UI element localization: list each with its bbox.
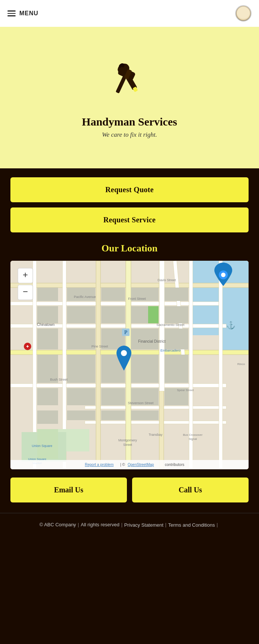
svg-text:⚓: ⚓ [226,321,236,330]
svg-rect-17 [85,406,226,409]
svg-text:Union Square: Union Square [32,444,52,448]
hamburger-icon [7,10,16,16]
svg-text:Chinatown: Chinatown [37,323,54,327]
request-quote-button[interactable]: Request Quote [10,177,249,202]
privacy-link[interactable]: Privacy Statement [124,522,164,528]
menu-label: MENU [19,10,38,17]
svg-text:Financial District: Financial District [138,339,166,343]
hero-section: Handyman Services We care to fix it righ… [0,27,259,168]
header: MENU [0,0,259,27]
svg-rect-61 [148,306,159,323]
svg-text:Embarcadero: Embarcadero [160,349,180,352]
footer-sep-4: | [217,522,218,528]
avatar-face [237,7,250,20]
svg-text:Bush Street: Bush Street [50,378,68,381]
main-content: Request Quote Request Service Our Locati… [0,168,259,513]
svg-rect-36 [101,306,125,323]
svg-rect-41 [164,288,188,301]
svg-text:Front Street: Front Street [128,297,146,301]
contact-row: Email Us Call Us [10,478,249,513]
handyman-icon [105,57,154,108]
hero-subtitle: We care to fix it right. [102,131,157,139]
footer-rights: All rights reserved [81,520,119,530]
terms-link[interactable]: Terms and Conditions [168,522,215,528]
call-button[interactable]: Call Us [132,478,249,502]
svg-rect-21 [96,261,100,469]
footer-company: © ABC Company [39,520,76,530]
svg-text:contributors: contributors [165,463,184,467]
svg-text:Pacific Avenue: Pacific Avenue [74,295,96,299]
svg-rect-54 [37,410,58,424]
svg-text:Sacramento Street: Sacramento Street [156,323,185,327]
svg-text:P: P [124,330,128,335]
svg-rect-57 [131,410,159,420]
svg-rect-35 [101,288,125,301]
svg-rect-51 [101,388,125,405]
svg-rect-31 [37,306,58,323]
svg-rect-40 [131,329,159,349]
svg-rect-25 [219,261,223,469]
svg-text:Transbay: Transbay [148,433,163,437]
svg-rect-30 [67,288,95,301]
svg-text:Street: Street [123,443,132,447]
svg-text:Spear Street: Spear Street [177,388,194,392]
svg-text:Davis Street: Davis Street [157,278,176,282]
request-service-button[interactable]: Request Service [10,207,249,232]
svg-text:−: − [23,286,28,296]
menu-button[interactable]: MENU [7,10,38,17]
footer-sep-1: | [78,522,79,528]
svg-text:| ©: | © [120,463,125,467]
svg-text:Stevenson Street: Stevenson Street [128,401,154,405]
svg-text:Bus Crossover: Bus Crossover [183,433,203,437]
footer-sep-3: | [165,522,166,528]
avatar[interactable] [235,5,252,22]
svg-rect-56 [101,410,125,420]
svg-text:Rinco: Rinco [237,362,245,366]
svg-rect-55 [67,410,95,420]
svg-rect-32 [67,306,95,323]
svg-text:Report a problem: Report a problem [85,463,113,467]
svg-rect-16 [10,384,226,387]
svg-rect-18 [85,421,226,424]
svg-rect-49 [37,388,58,405]
hero-title: Handyman Services [82,115,177,128]
footer: © ABC Company | All rights reserved | Pr… [0,513,259,537]
svg-point-87 [121,350,127,356]
svg-rect-34 [67,329,95,349]
svg-rect-13 [10,302,219,305]
map-container[interactable]: P Chinatown Pacific Avenue Front Street … [10,261,249,469]
svg-rect-45 [67,355,95,383]
svg-rect-43 [164,329,188,349]
svg-rect-50 [67,388,95,405]
svg-text:+: + [23,270,28,280]
svg-rect-48 [164,355,188,383]
svg-point-89 [221,273,226,277]
svg-rect-29 [37,288,58,301]
svg-text:Signal: Signal [189,437,197,441]
location-section-title: Our Location [10,243,249,254]
svg-text:Pine Street: Pine Street [92,345,108,348]
svg-rect-11 [219,291,249,350]
map-svg: P Chinatown Pacific Avenue Front Street … [10,261,249,469]
svg-text:OpenStreetMap: OpenStreetMap [128,463,154,467]
svg-rect-42 [164,306,188,323]
footer-sep-2: | [121,522,122,528]
email-button[interactable]: Email Us [10,478,127,502]
svg-rect-33 [37,329,58,349]
svg-rect-47 [131,355,159,383]
svg-text:Montgomery: Montgomery [118,438,137,442]
